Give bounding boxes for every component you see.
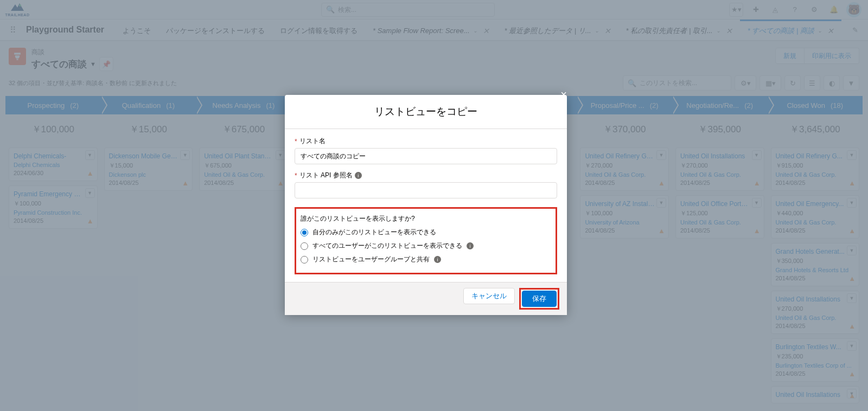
visibility-radio-group: 誰がこのリストビューを表示しますか? 自分のみがこのリストビューを表示できる す… <box>295 207 557 274</box>
copy-listview-modal: × リストビューをコピー *リスト名 *リスト API 参照名i 誰がこのリスト… <box>285 95 567 315</box>
list-name-input[interactable] <box>295 148 557 164</box>
list-name-label: リスト名 <box>299 137 326 146</box>
info-icon[interactable]: i <box>434 256 441 263</box>
close-icon[interactable]: × <box>560 88 567 101</box>
api-name-label: リスト API 参照名 <box>299 171 353 180</box>
cancel-button[interactable]: キャンセル <box>463 288 515 304</box>
radio-all-users[interactable] <box>301 242 308 250</box>
info-icon[interactable]: i <box>355 172 362 179</box>
radio-only-me[interactable] <box>301 229 308 236</box>
radio-share-groups[interactable] <box>301 256 308 264</box>
save-button[interactable]: 保存 <box>522 291 557 307</box>
visibility-label: 誰がこのリストビューを表示しますか? <box>301 214 551 223</box>
modal-title: リストビューをコピー <box>285 95 567 129</box>
api-name-input[interactable] <box>295 182 557 198</box>
info-icon[interactable]: i <box>467 242 474 249</box>
